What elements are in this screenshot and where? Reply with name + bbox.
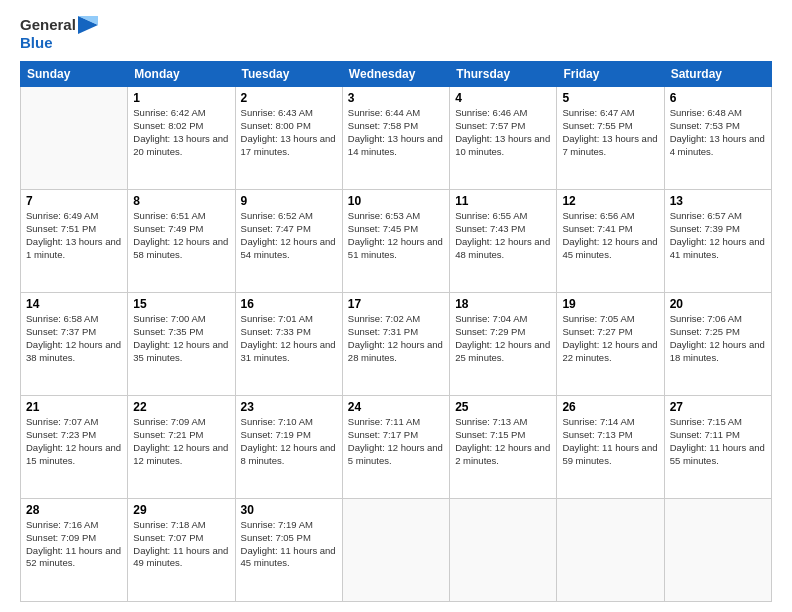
day-number: 1 [133, 91, 229, 105]
day-info: Sunrise: 6:57 AM Sunset: 7:39 PM Dayligh… [670, 210, 766, 261]
day-number: 2 [241, 91, 337, 105]
calendar-cell [21, 87, 128, 190]
calendar-cell: 14Sunrise: 6:58 AM Sunset: 7:37 PM Dayli… [21, 293, 128, 396]
day-number: 13 [670, 194, 766, 208]
calendar-cell: 8Sunrise: 6:51 AM Sunset: 7:49 PM Daylig… [128, 190, 235, 293]
day-number: 12 [562, 194, 658, 208]
day-number: 16 [241, 297, 337, 311]
calendar-header-row: SundayMondayTuesdayWednesdayThursdayFrid… [21, 62, 772, 87]
day-info: Sunrise: 7:00 AM Sunset: 7:35 PM Dayligh… [133, 313, 229, 364]
day-info: Sunrise: 7:14 AM Sunset: 7:13 PM Dayligh… [562, 416, 658, 467]
day-number: 25 [455, 400, 551, 414]
day-info: Sunrise: 6:56 AM Sunset: 7:41 PM Dayligh… [562, 210, 658, 261]
day-info: Sunrise: 6:49 AM Sunset: 7:51 PM Dayligh… [26, 210, 122, 261]
logo-shape: General Blue [20, 16, 98, 51]
calendar-week-3: 14Sunrise: 6:58 AM Sunset: 7:37 PM Dayli… [21, 293, 772, 396]
logo-blue: Blue [20, 34, 53, 51]
calendar-cell: 22Sunrise: 7:09 AM Sunset: 7:21 PM Dayli… [128, 396, 235, 499]
day-number: 29 [133, 503, 229, 517]
calendar-cell: 21Sunrise: 7:07 AM Sunset: 7:23 PM Dayli… [21, 396, 128, 499]
calendar-cell: 26Sunrise: 7:14 AM Sunset: 7:13 PM Dayli… [557, 396, 664, 499]
day-info: Sunrise: 7:19 AM Sunset: 7:05 PM Dayligh… [241, 519, 337, 570]
calendar-week-4: 21Sunrise: 7:07 AM Sunset: 7:23 PM Dayli… [21, 396, 772, 499]
weekday-header-wednesday: Wednesday [342, 62, 449, 87]
calendar-cell: 4Sunrise: 6:46 AM Sunset: 7:57 PM Daylig… [450, 87, 557, 190]
calendar-cell: 23Sunrise: 7:10 AM Sunset: 7:19 PM Dayli… [235, 396, 342, 499]
day-info: Sunrise: 7:15 AM Sunset: 7:11 PM Dayligh… [670, 416, 766, 467]
day-info: Sunrise: 7:05 AM Sunset: 7:27 PM Dayligh… [562, 313, 658, 364]
calendar-cell: 15Sunrise: 7:00 AM Sunset: 7:35 PM Dayli… [128, 293, 235, 396]
calendar-week-1: 1Sunrise: 6:42 AM Sunset: 8:02 PM Daylig… [21, 87, 772, 190]
logo: General Blue [20, 16, 98, 51]
day-info: Sunrise: 6:43 AM Sunset: 8:00 PM Dayligh… [241, 107, 337, 158]
day-number: 3 [348, 91, 444, 105]
day-number: 28 [26, 503, 122, 517]
calendar-cell: 9Sunrise: 6:52 AM Sunset: 7:47 PM Daylig… [235, 190, 342, 293]
day-info: Sunrise: 7:10 AM Sunset: 7:19 PM Dayligh… [241, 416, 337, 467]
day-number: 27 [670, 400, 766, 414]
day-number: 19 [562, 297, 658, 311]
day-info: Sunrise: 7:02 AM Sunset: 7:31 PM Dayligh… [348, 313, 444, 364]
header: General Blue [20, 16, 772, 51]
weekday-header-monday: Monday [128, 62, 235, 87]
weekday-header-tuesday: Tuesday [235, 62, 342, 87]
day-info: Sunrise: 6:47 AM Sunset: 7:55 PM Dayligh… [562, 107, 658, 158]
day-info: Sunrise: 7:09 AM Sunset: 7:21 PM Dayligh… [133, 416, 229, 467]
logo-arrow-icon [78, 16, 98, 34]
calendar-week-5: 28Sunrise: 7:16 AM Sunset: 7:09 PM Dayli… [21, 499, 772, 602]
calendar-cell: 10Sunrise: 6:53 AM Sunset: 7:45 PM Dayli… [342, 190, 449, 293]
day-number: 4 [455, 91, 551, 105]
weekday-header-thursday: Thursday [450, 62, 557, 87]
calendar-cell: 6Sunrise: 6:48 AM Sunset: 7:53 PM Daylig… [664, 87, 771, 190]
day-number: 30 [241, 503, 337, 517]
calendar-cell: 12Sunrise: 6:56 AM Sunset: 7:41 PM Dayli… [557, 190, 664, 293]
day-info: Sunrise: 7:06 AM Sunset: 7:25 PM Dayligh… [670, 313, 766, 364]
day-number: 5 [562, 91, 658, 105]
weekday-header-sunday: Sunday [21, 62, 128, 87]
day-number: 8 [133, 194, 229, 208]
calendar-cell: 18Sunrise: 7:04 AM Sunset: 7:29 PM Dayli… [450, 293, 557, 396]
calendar-cell: 30Sunrise: 7:19 AM Sunset: 7:05 PM Dayli… [235, 499, 342, 602]
calendar-cell: 24Sunrise: 7:11 AM Sunset: 7:17 PM Dayli… [342, 396, 449, 499]
day-number: 14 [26, 297, 122, 311]
day-info: Sunrise: 6:48 AM Sunset: 7:53 PM Dayligh… [670, 107, 766, 158]
day-number: 26 [562, 400, 658, 414]
calendar-cell [342, 499, 449, 602]
calendar-cell: 1Sunrise: 6:42 AM Sunset: 8:02 PM Daylig… [128, 87, 235, 190]
calendar-cell: 11Sunrise: 6:55 AM Sunset: 7:43 PM Dayli… [450, 190, 557, 293]
day-info: Sunrise: 7:07 AM Sunset: 7:23 PM Dayligh… [26, 416, 122, 467]
day-number: 15 [133, 297, 229, 311]
day-number: 7 [26, 194, 122, 208]
weekday-header-friday: Friday [557, 62, 664, 87]
calendar-cell: 13Sunrise: 6:57 AM Sunset: 7:39 PM Dayli… [664, 190, 771, 293]
day-info: Sunrise: 7:13 AM Sunset: 7:15 PM Dayligh… [455, 416, 551, 467]
day-info: Sunrise: 7:04 AM Sunset: 7:29 PM Dayligh… [455, 313, 551, 364]
calendar-cell: 17Sunrise: 7:02 AM Sunset: 7:31 PM Dayli… [342, 293, 449, 396]
day-info: Sunrise: 7:01 AM Sunset: 7:33 PM Dayligh… [241, 313, 337, 364]
calendar-cell [450, 499, 557, 602]
day-number: 9 [241, 194, 337, 208]
calendar-week-2: 7Sunrise: 6:49 AM Sunset: 7:51 PM Daylig… [21, 190, 772, 293]
day-info: Sunrise: 6:42 AM Sunset: 8:02 PM Dayligh… [133, 107, 229, 158]
day-info: Sunrise: 6:58 AM Sunset: 7:37 PM Dayligh… [26, 313, 122, 364]
calendar-cell: 16Sunrise: 7:01 AM Sunset: 7:33 PM Dayli… [235, 293, 342, 396]
calendar-cell: 25Sunrise: 7:13 AM Sunset: 7:15 PM Dayli… [450, 396, 557, 499]
day-number: 18 [455, 297, 551, 311]
calendar-cell: 19Sunrise: 7:05 AM Sunset: 7:27 PM Dayli… [557, 293, 664, 396]
day-number: 23 [241, 400, 337, 414]
calendar-cell [557, 499, 664, 602]
calendar-cell: 20Sunrise: 7:06 AM Sunset: 7:25 PM Dayli… [664, 293, 771, 396]
day-number: 21 [26, 400, 122, 414]
day-info: Sunrise: 7:11 AM Sunset: 7:17 PM Dayligh… [348, 416, 444, 467]
day-number: 17 [348, 297, 444, 311]
calendar-table: SundayMondayTuesdayWednesdayThursdayFrid… [20, 61, 772, 602]
logo-general: General [20, 16, 76, 33]
day-number: 24 [348, 400, 444, 414]
day-info: Sunrise: 6:44 AM Sunset: 7:58 PM Dayligh… [348, 107, 444, 158]
day-info: Sunrise: 6:46 AM Sunset: 7:57 PM Dayligh… [455, 107, 551, 158]
calendar-cell: 29Sunrise: 7:18 AM Sunset: 7:07 PM Dayli… [128, 499, 235, 602]
day-info: Sunrise: 6:51 AM Sunset: 7:49 PM Dayligh… [133, 210, 229, 261]
calendar-cell [664, 499, 771, 602]
weekday-header-saturday: Saturday [664, 62, 771, 87]
day-info: Sunrise: 7:18 AM Sunset: 7:07 PM Dayligh… [133, 519, 229, 570]
